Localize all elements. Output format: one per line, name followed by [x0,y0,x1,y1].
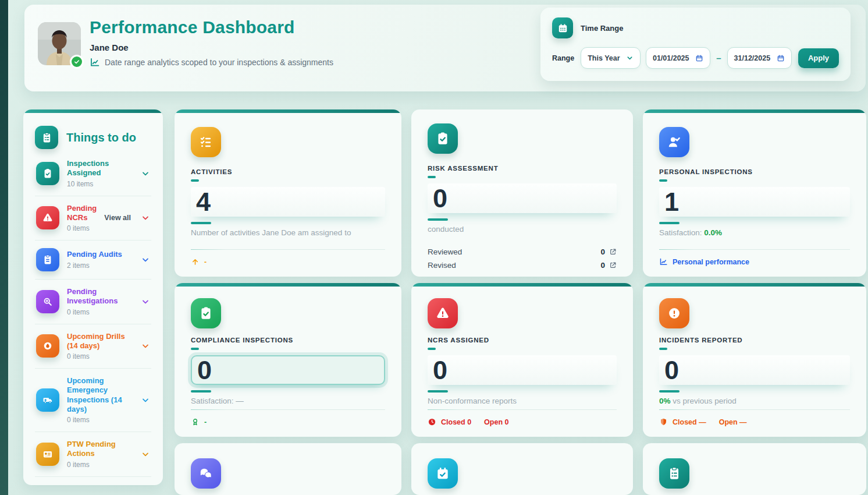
sidebar-item-upcoming-drills[interactable]: Upcoming Drills (14 days) 0 items [35,324,151,369]
card-personal-inspections: PERSONAL INSPECTIONS 1 Satisfaction: 0.0… [643,109,866,277]
sidebar-item-count: 10 items [67,180,133,188]
footer-value: - [204,418,207,426]
ambulance-icon [36,388,59,412]
card-description: 0% vs previous period [659,397,850,405]
chevron-down-icon[interactable] [141,169,150,178]
value-underline [191,390,211,393]
stat-value: 4 [196,187,211,217]
external-link-icon[interactable] [609,248,617,256]
value-underline [428,390,448,393]
warning-triangle-icon [428,298,458,328]
open-count: Open — [719,418,747,426]
sidebar-item-count: 2 items [67,261,133,270]
card-risk-assessment: RISK ASSESSMENT 0 conducted Reviewed 0 R… [411,109,633,277]
sidebar-item-count: 0 items [67,224,97,232]
chevron-down-icon[interactable] [141,395,150,405]
start-date-value: 01/01/2025 [653,54,689,62]
row-label: Revised [428,261,456,270]
user-name: Jane Doe [90,43,333,52]
sidebar-item-pending-ncrs[interactable]: Pending NCRs 0 items View all [35,196,151,241]
chevron-down-icon[interactable] [141,213,150,222]
chevron-down-icon[interactable] [141,255,150,264]
open-count: Open 0 [484,418,508,426]
external-link-icon[interactable] [609,261,617,269]
card-description: Satisfaction: 0.0% [659,228,850,237]
sidebar-item-label: Upcoming Emergency Inspections (14 days) [67,376,133,414]
range-preset-select[interactable]: This Year [581,47,641,69]
sidebar-item-pending-investigations[interactable]: Pending Investigations 0 items [35,279,151,324]
view-all-link[interactable]: View all [104,214,131,222]
verified-check-icon [70,55,84,69]
start-date-input[interactable]: 01/01/2025 [646,47,710,69]
apply-button[interactable]: Apply [798,48,839,68]
end-date-value: 31/12/2025 [734,54,771,62]
chevron-down-icon[interactable] [141,450,150,459]
label-underline [428,176,436,178]
sidebar-item-count: 0 items [67,352,133,360]
tagline-text: Date range analytics scoped to your insp… [105,58,333,67]
card-divider [191,409,385,410]
line-chart-icon [90,57,100,68]
card-description: Non-conformance reports [428,397,617,405]
link-label: Personal performance [673,258,749,266]
sidebar-item-upcoming-emergency-inspections[interactable]: Upcoming Emergency Inspections (14 days)… [35,368,151,432]
row-value: 0 [600,248,605,256]
chevron-down-icon [626,54,634,62]
card-divider [659,409,850,410]
sidebar-item-label: Pending Feedback Requests [67,485,133,486]
sidebar-item-inspections-assigned[interactable]: Inspections Assigned 10 items [35,151,151,196]
calendar-icon[interactable] [695,54,703,62]
stat-value: 0 [433,355,448,386]
sidebar-item-ptw-pending-actions[interactable]: PTW Pending Actions 0 items [35,432,151,476]
chevron-down-icon[interactable] [141,297,150,306]
value-underline [659,390,680,393]
trend-footer: - [191,257,385,266]
satisfaction-value: 0.0% [704,228,722,237]
stat-value-band: 0 [428,183,617,213]
exclamation-circle-icon [659,298,689,328]
trend-suffix: vs previous period [671,397,737,405]
stat-value-band: 4 [191,187,385,217]
time-range-panel: Time Range Range This Year 01/01/2025 – … [540,8,851,81]
personal-performance-link[interactable]: Personal performance [659,257,850,266]
card-audit-log [643,443,866,495]
range-label: Range [552,54,574,62]
clock-icon [428,418,436,426]
card-divider [191,249,385,250]
clipboard-check-icon [36,162,59,185]
avatar [38,22,81,65]
calendar-icon[interactable] [777,54,785,62]
sidebar-item-count: 0 items [67,416,133,424]
card-compliance-inspections: COMPLIANCE INSPECTIONS 0 Satisfaction: —… [175,283,401,437]
stats-grid: ACTIVITIES 4 Number of activities Jane D… [175,109,868,495]
arrow-up-icon [191,257,200,266]
stat-value-band: 0 [428,355,617,385]
card-title: COMPLIANCE INSPECTIONS [191,337,385,344]
trend-percent: 0% [659,397,671,405]
header-tagline: Date range analytics scoped to your insp… [90,57,333,68]
sidebar-item-pending-audits[interactable]: Pending Audits 2 items [35,240,151,279]
end-date-input[interactable]: 31/12/2025 [727,47,792,69]
satisfaction-footer: - [191,418,385,426]
card-title: ACTIVITIES [191,168,385,175]
fire-drill-icon [36,334,59,358]
stat-value: 0 [664,355,680,386]
row-value: 0 [600,261,605,270]
stat-value: 0 [433,183,448,214]
sidebar-item-pending-feedback-requests[interactable]: Pending Feedback Requests 0 items [35,476,151,486]
things-to-do-title: Things to do [66,131,136,144]
header-card: Performance Dashboard Jane Doe Date rang… [24,5,866,91]
sidebar-item-label: Pending NCRs [67,204,97,223]
calendar-icon [552,17,573,38]
clipboard-icon [36,248,59,271]
value-underline [191,222,211,224]
stat-value: 1 [664,187,680,217]
left-edge-strip [0,0,8,495]
label-underline [191,179,199,182]
range-preset-value: This Year [588,54,620,62]
card-incidents-reported: INCIDENTS REPORTED 0 0% vs previous peri… [643,283,866,437]
sidebar-item-label: Upcoming Drills (14 days) [67,332,133,351]
value-underline [428,218,448,221]
chevron-down-icon[interactable] [141,341,150,351]
card-ncrs-assigned: NCRS ASSIGNED 0 Non-conformance reports … [411,283,633,437]
